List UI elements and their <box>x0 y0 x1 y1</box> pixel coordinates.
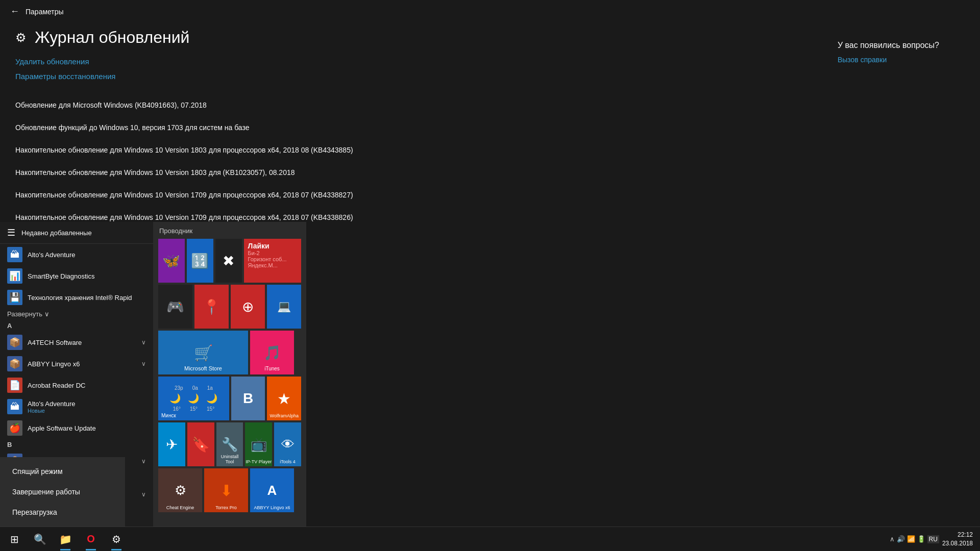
expand-arrow: ∨ <box>141 458 146 465</box>
update-item: Накопительное обновление для Windows 10 … <box>15 213 965 221</box>
search-button[interactable]: 🔍 <box>28 527 52 552</box>
help-link[interactable]: Вызов справки <box>838 56 887 64</box>
expand-tray-icon[interactable]: ∧ <box>890 535 895 543</box>
tile-weather[interactable]: 23р 0а 1а 🌙🌙🌙 16° 15° 15° Минск <box>158 377 229 420</box>
laiki-sub1: Би-2 <box>248 250 297 256</box>
clock-date: 23.08.2018 <box>942 539 973 548</box>
start-button[interactable]: ⊞ <box>2 527 27 552</box>
tile-maps[interactable]: 📍 <box>194 285 229 329</box>
page-title: Журнал обновлений <box>35 28 189 47</box>
back-button[interactable]: ← <box>10 6 19 17</box>
update-title: Обновление функций до Windows 10, версия… <box>15 123 965 132</box>
update-title: Накопительное обновление для Windows 10 … <box>15 191 965 199</box>
update-item: Накопительное обновление для Windows 10 … <box>15 168 965 177</box>
clock-time: 22:12 <box>942 531 973 539</box>
app-item-abbyy[interactable]: 📦 ABBYY Lingvo x6 ∨ <box>0 353 153 374</box>
battery-icon[interactable]: 🔋 <box>917 535 925 543</box>
tile-plus[interactable]: ⊕ <box>231 285 265 329</box>
power-menu: Спящий режим Завершение работы Перезагру… <box>0 457 125 527</box>
app-name: SmartByte Diagnostics <box>28 272 95 280</box>
app-icon-altos: 🏔 <box>7 247 22 262</box>
tile-uninstall[interactable]: 🔧 Uninstall Tool <box>216 422 243 466</box>
app-icon-abbyy: 📦 <box>7 356 22 371</box>
app-name: ABBYY Lingvo x6 <box>28 360 80 368</box>
windows-icon: ⊞ <box>10 533 19 545</box>
taskbar-opera-app[interactable]: O <box>79 527 103 552</box>
remove-updates-link[interactable]: Удалить обновления <box>15 57 965 66</box>
tile-butterfly[interactable]: 🦋 <box>158 239 185 283</box>
settings-icon: ⚙ <box>112 533 121 545</box>
laiki-sub2: Горизонт соб... <box>248 256 297 262</box>
shutdown-item[interactable]: Завершение работы <box>0 482 125 502</box>
app-item-smartbyte[interactable]: 📊 SmartByte Diagnostics <box>0 265 153 287</box>
nav-title: Параметры <box>26 8 64 16</box>
update-title: Накопительное обновление для Windows 10 … <box>15 168 965 177</box>
update-title: Обновление для Microsoft Windows (KB4091… <box>15 101 965 109</box>
tile-laiki[interactable]: Лайки Би-2 Горизонт соб... Яндекс.М... <box>244 239 301 283</box>
lang-badge[interactable]: RU <box>927 535 939 543</box>
app-name: A4TECH Software <box>28 339 82 346</box>
tile-vk[interactable]: В <box>231 377 265 420</box>
tile-wolfram[interactable]: ★ WolframAlpha <box>267 377 301 420</box>
app-name-sub: Новые <box>28 408 76 414</box>
taskbar-right: ∧ 🔊 📶 🔋 RU 22:12 23.08.2018 <box>890 531 978 548</box>
section-b: В <box>0 439 153 450</box>
hamburger-icon[interactable]: ☰ <box>7 227 15 238</box>
gear-icon: ⚙ <box>15 31 27 45</box>
app-name: Acrobat Reader DC <box>28 382 85 389</box>
app-item-intel[interactable]: 💾 Технология хранения Intel® Rapid <box>0 287 153 308</box>
expand-button[interactable]: Развернуть ∨ <box>0 308 153 320</box>
right-panel-title: У вас появились вопросы? <box>838 41 939 50</box>
start-menu-tiles: Проводник 🦋 🔢 ✖ Лайки Би-2 Горизонт соб.… <box>153 222 306 527</box>
app-icon-altos2: 🏔 <box>7 399 22 414</box>
app-icon-a4tech: 📦 <box>7 335 22 350</box>
app-icon-apple: 🍎 <box>7 420 22 436</box>
tile-bookmarks[interactable]: 🔖 <box>187 422 214 466</box>
tile-telegram[interactable]: ✈ <box>158 422 185 466</box>
app-item-acrobat[interactable]: 📄 Acrobat Reader DC <box>0 374 153 396</box>
update-title: Накопительное обновление для Windows 10 … <box>15 146 965 154</box>
tile-vs[interactable]: 💻 <box>267 285 301 329</box>
update-title: Накопительное обновление для Windows 10 … <box>15 213 965 221</box>
update-item: Обновление для Microsoft Windows (KB4091… <box>15 101 965 109</box>
page-header: ⚙ Журнал обновлений <box>0 23 980 57</box>
tile-gamepad[interactable]: 🎮 <box>158 285 192 329</box>
tile-itunes[interactable]: 🎵 iTunes <box>250 331 294 374</box>
tile-x[interactable]: ✖ <box>215 239 242 283</box>
tile-store[interactable]: 🛒 Microsoft Store <box>158 331 248 374</box>
recovery-params-link[interactable]: Параметры восстановления <box>15 72 965 81</box>
taskbar-clock[interactable]: 22:12 23.08.2018 <box>942 531 973 548</box>
app-item-apple[interactable]: 🍎 Apple Software Update <box>0 417 153 439</box>
tile-iptv[interactable]: 📺 IP-TV Player <box>245 422 272 466</box>
app-name: Технология хранения Intel® Rapid <box>28 294 132 302</box>
sleep-mode-item[interactable]: Спящий режим <box>0 461 125 482</box>
tile-torrex[interactable]: ⬇ Torrex Pro <box>204 468 248 512</box>
opera-icon: O <box>87 533 95 545</box>
restart-item[interactable]: Перезагрузка <box>0 502 125 522</box>
start-left-header: ☰ Недавно добавленные <box>0 222 153 244</box>
tile-cheat-engine[interactable]: ⚙ Cheat Engine <box>158 468 202 512</box>
files-icon: 📁 <box>59 533 72 545</box>
tile-abbyy2[interactable]: A ABBYY Lingvo x6 <box>250 468 294 512</box>
settings-links: Удалить обновления Параметры восстановле… <box>0 57 980 81</box>
right-panel: У вас появились вопросы? Вызов справки <box>838 41 939 64</box>
app-name: Alto's Adventure <box>28 400 76 408</box>
taskbar-files-app[interactable]: 📁 <box>53 527 78 552</box>
app-icon-intel: 💾 <box>7 290 22 305</box>
section-a: A <box>0 320 153 332</box>
tile-calculator[interactable]: 🔢 <box>187 239 213 283</box>
taskbar-settings-app[interactable]: ⚙ <box>104 527 129 552</box>
app-item-altos2[interactable]: 🏔 Alto's Adventure Новые <box>0 396 153 417</box>
tile-itools[interactable]: 👁 iTools 4 <box>274 422 301 466</box>
expand-arrow: ∨ <box>141 360 146 367</box>
app-name: Apple Software Update <box>28 424 96 432</box>
expand-arrow: ∨ <box>141 491 146 498</box>
tiles-label: Проводник <box>158 227 301 235</box>
network-icon[interactable]: 📶 <box>907 535 915 543</box>
update-item: Обновление функций до Windows 10, версия… <box>15 123 965 132</box>
app-item-a4tech[interactable]: 📦 A4TECH Software ∨ <box>0 332 153 353</box>
laiki-sub3: Яндекс.М... <box>248 262 297 268</box>
app-item-altos[interactable]: 🏔 Alto's Adventure <box>0 244 153 265</box>
volume-icon[interactable]: 🔊 <box>897 535 905 543</box>
search-icon: 🔍 <box>34 533 46 545</box>
